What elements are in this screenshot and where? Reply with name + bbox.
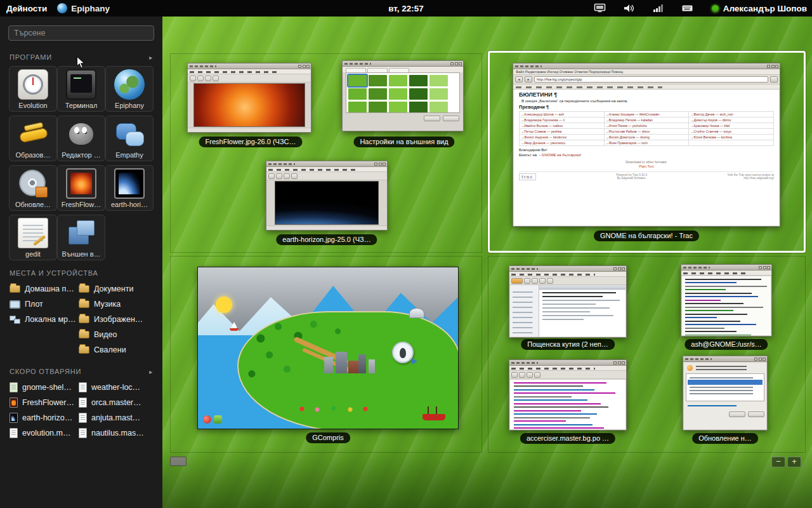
recent-expander-icon[interactable]: ▸ <box>149 368 153 375</box>
document-icon <box>79 382 87 392</box>
activities-button[interactable]: Дейности <box>6 4 47 13</box>
image-editor-icon <box>66 119 96 149</box>
app-image-editor[interactable]: Редактор … <box>57 116 105 161</box>
app-label: Редактор … <box>62 151 100 159</box>
display-icon[interactable] <box>594 3 606 13</box>
download-label: Download in other formats: <box>519 160 774 164</box>
place-downloads[interactable]: Свалени <box>79 342 162 358</box>
app-external-volume[interactable]: Външен в… <box>57 215 105 260</box>
recent-section-header: СКОРО ОТВАРЯНИ ▸ <box>10 368 153 375</box>
window-title-evolution: Пощенска кутия (2 неп… <box>521 339 615 350</box>
app-evolution[interactable]: Evolution <box>9 66 57 112</box>
network-icon <box>10 316 20 324</box>
recent-anjuta[interactable]: anjuta.mast… <box>79 410 162 425</box>
recent-freshflower[interactable]: FreshFlower… <box>10 395 77 410</box>
place-label: Видео <box>94 330 117 339</box>
document-icon <box>10 382 18 392</box>
window-earth-horizon[interactable] <box>266 161 388 231</box>
folder-icon <box>10 285 20 293</box>
bookmarks-bar <box>513 84 780 90</box>
place-home[interactable]: Домашна п… <box>10 281 77 297</box>
clock-button[interactable]: вт, 22:57 <box>388 4 424 13</box>
window-gedit[interactable] <box>509 359 627 431</box>
document-icon <box>10 428 18 438</box>
app-label: Evolution <box>18 102 47 109</box>
window-evolution[interactable] <box>509 265 627 338</box>
recent-label: earth-horizo… <box>22 413 72 422</box>
keyboard-icon[interactable] <box>681 3 694 13</box>
window-title-gedit: accerciser.master.bg.po … <box>520 433 615 444</box>
app-terminal[interactable]: Терминал <box>57 66 105 112</box>
user-menu-button[interactable]: Александър Шопов <box>712 4 807 13</box>
flower-photo <box>193 83 305 127</box>
place-videos[interactable]: Видео <box>79 327 162 342</box>
app-software-update[interactable]: Обновле… <box>9 165 57 211</box>
place-pictures[interactable]: Изображен… <box>79 312 162 327</box>
place-documents[interactable]: Документи <box>79 281 162 297</box>
download-plaintext-link: Plain Text <box>519 164 774 168</box>
recent-gnome-shell[interactable]: gnome-shel… <box>10 380 77 395</box>
workspace-1[interactable]: FreshFlower.jpg-26.0 (ЧЗС… Настройки на … <box>170 53 482 253</box>
workspace-indicator[interactable] <box>170 457 187 466</box>
image-file-icon <box>114 168 145 199</box>
places-section-header: МЕСТА И УСТРОЙСТВА <box>10 269 153 277</box>
network-signal-icon[interactable] <box>652 3 665 13</box>
page-team: Екипът на →GNOME на български! <box>519 153 774 157</box>
app-freshflower[interactable]: FreshFlow… <box>57 165 105 211</box>
recent-weather-locations[interactable]: weather-loc… <box>79 380 162 395</box>
add-workspace-button[interactable]: + <box>787 457 801 467</box>
translator-link: →Димитър Киров — dkirov <box>689 117 774 123</box>
recent-label: nautilus.mas… <box>91 429 144 438</box>
message-list <box>539 285 625 337</box>
window-freshflower[interactable] <box>187 63 311 133</box>
window-title-freshflower: FreshFlower.jpg-26.0 (ЧЗС… <box>199 137 303 147</box>
app-empathy[interactable]: Empathy <box>105 116 154 161</box>
recent-earth-horizon[interactable]: earth-horizo… <box>10 410 77 425</box>
recent-label: FreshFlower… <box>22 398 74 407</box>
recent-nautilus[interactable]: nautilus.mas… <box>79 425 162 441</box>
folder-pane <box>510 285 539 337</box>
page-subheading: Преводачи ¶ <box>519 104 774 110</box>
page-intro: В секция „Бюлетини“ са периодичните съоб… <box>521 99 774 103</box>
app-label: Empathy <box>115 151 143 159</box>
programs-expander-icon[interactable]: ▸ <box>149 54 153 61</box>
recent-label: orca.master… <box>91 398 141 407</box>
remove-workspace-button[interactable]: − <box>771 457 785 467</box>
window-epiphany-trac[interactable]: Файл Редактиране Изглед Отиване Отметки … <box>513 63 780 227</box>
window-terminal[interactable] <box>681 264 772 337</box>
translator-link: →Ростислав Райков — zbrox <box>604 129 689 135</box>
window-appearance-settings[interactable] <box>342 60 464 131</box>
evolution-icon <box>18 69 48 100</box>
app-epiphany[interactable]: Epiphany <box>105 66 154 112</box>
workspace-4[interactable]: Пощенска кутия (2 неп… ash@GNOME:/usr/s…… <box>488 256 806 453</box>
place-label: Изображен… <box>94 315 143 324</box>
app-label: Образов… <box>16 151 51 159</box>
window-software-update[interactable] <box>683 356 768 431</box>
reload-icon <box>770 76 778 83</box>
recent-label: anjuta.mast… <box>91 413 140 422</box>
team-link: →GNOME на български! <box>538 153 582 157</box>
workspace-2[interactable]: Файл Редактиране Изглед Отиване Отметки … <box>488 51 806 253</box>
image-file-icon <box>66 168 96 199</box>
place-local-network[interactable]: Локална мр… <box>10 312 77 327</box>
app-gcompris[interactable]: Образов… <box>9 116 57 161</box>
translator-link: →Филип Димитров — xboing <box>604 135 689 140</box>
window-gcompris[interactable] <box>197 267 459 429</box>
recent-evolution-file[interactable]: evolution.m… <box>10 425 77 441</box>
app-menu-button[interactable]: Epiphany <box>57 3 110 13</box>
workspace-3[interactable]: GCompris <box>170 256 482 453</box>
translator-link: →Красимир Чонов — bfaf <box>689 123 774 129</box>
app-label: earth-hori… <box>111 201 148 208</box>
search-input[interactable] <box>8 25 154 41</box>
app-label: Терминал <box>65 102 98 109</box>
gcompris-sun <box>216 297 232 313</box>
app-gedit[interactable]: gedit <box>9 215 57 260</box>
document-icon <box>79 428 87 438</box>
recent-orca[interactable]: orca.master… <box>79 395 162 410</box>
place-label: Музика <box>94 300 121 309</box>
place-label: Домашна п… <box>25 284 74 293</box>
volume-icon[interactable] <box>623 3 636 13</box>
place-desktop[interactable]: Плот <box>10 297 77 312</box>
app-earth-horizon[interactable]: earth-hori… <box>105 165 154 211</box>
place-music[interactable]: Музика <box>79 297 162 312</box>
